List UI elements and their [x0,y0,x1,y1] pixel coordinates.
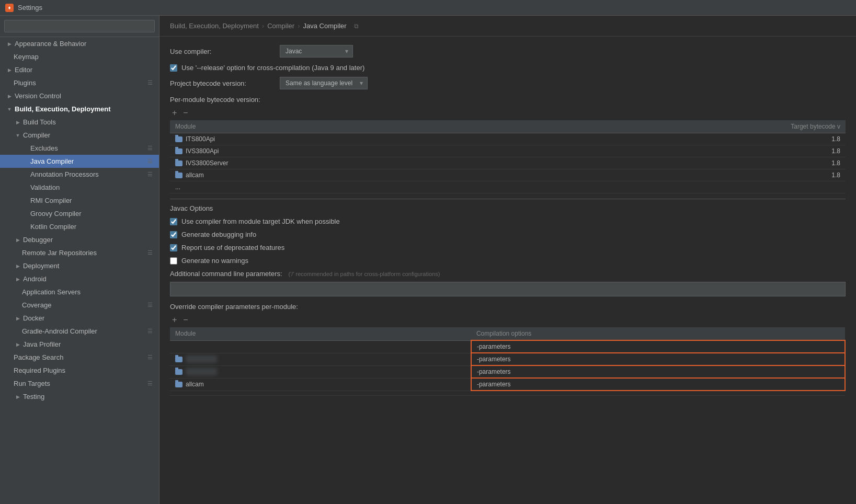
sidebar-item-rmi-compiler[interactable]: RMI Compiler [0,194,159,207]
sidebar-item-editor[interactable]: ▶Editor [0,63,159,76]
bytecode-version-dropdown[interactable]: Same as language level [280,77,368,89]
sidebar-item-gradle-android[interactable]: Gradle-Android Compiler☰ [0,325,159,338]
module-bytecode-table: Module Target bytecode v ITS800Api1.8IVS… [170,120,846,193]
sidebar-item-deployment[interactable]: ▶Deployment [0,259,159,272]
breadcrumb-item-2[interactable]: Compiler [267,22,294,30]
sidebar-item-docker[interactable]: ▶Docker [0,312,159,325]
sidebar-item-application-servers[interactable]: Application Servers [0,285,159,299]
sidebar-item-plugins[interactable]: Plugins☰ [0,76,159,89]
sidebar-label-plugins: Plugins [14,79,36,87]
add-override-button[interactable]: + [170,316,179,324]
sidebar-item-excludes[interactable]: Excludes☰ [0,142,159,155]
sidebar-item-groovy-compiler[interactable]: Groovy Compiler [0,207,159,220]
module-name-cell: ... [170,181,517,193]
override-module-cell: I [170,353,471,365]
sidebar-item-remote-jar[interactable]: Remote Jar Repositories☰ [0,246,159,259]
sidebar-label-run-targets: Run Targets [14,380,50,387]
module-name-cell: IVS3800Api [170,145,517,157]
sidebar-item-run-targets[interactable]: Run Targets☰ [0,377,159,390]
table-row[interactable]: I...ver-parameters [170,365,845,378]
override-table-toolbar: + − [170,316,846,324]
breadcrumb-item-1[interactable]: Build, Execution, Deployment [170,22,259,30]
table-row[interactable]: IVS3800Server1.8 [170,157,846,169]
table-row[interactable]: -parameters [170,340,845,353]
option1-checkbox[interactable] [170,218,177,225]
option3-checkbox[interactable] [170,244,177,251]
bytecode-version-label: Project bytecode version: [170,79,275,87]
override-module-cell: I...ver [170,365,471,378]
add-module-button[interactable]: + [170,109,179,117]
sidebar-item-android[interactable]: ▶Android [0,272,159,285]
override-options-cell [471,391,845,396]
sidebar-label-annotation-processors: Annotation Processors [30,170,99,178]
table-row[interactable]: I-parameters [170,353,845,365]
sidebar-item-version-control[interactable]: ▶Version Control [0,89,159,102]
use-compiler-dropdown[interactable]: Javac [280,45,353,58]
sidebar-item-appearance[interactable]: ▶Appearance & Behavior [0,37,159,50]
sidebar-item-annotation-processors[interactable]: Annotation Processors☰ [0,168,159,181]
sidebar-label-compiler: Compiler [23,131,50,139]
sidebar-item-required-plugins[interactable]: Required Plugins [0,364,159,377]
sidebar-item-package-search[interactable]: Package Search☰ [0,351,159,364]
sidebar-label-build-exec: Build, Execution, Deployment [15,105,110,113]
additional-params-input[interactable] [170,282,846,296]
option4-label: Generate no warnings [181,257,248,265]
module-name-cell: IVS3800Server [170,157,517,169]
sidebar-item-kotlin-compiler[interactable]: Kotlin Compiler [0,220,159,233]
table-row[interactable]: IVS3800Api1.8 [170,145,846,157]
sidebar-item-debugger[interactable]: ▶Debugger [0,233,159,246]
option3-label: Report use of deprecated features [181,244,284,251]
arrow-compiler: ▼ [15,132,21,139]
sidebar-item-compiler[interactable]: ▼Compiler [0,129,159,142]
sidebar-item-validation[interactable]: Validation [0,181,159,194]
override-module-cell: allcam [170,378,471,391]
remove-module-button[interactable]: − [181,109,190,117]
table-row[interactable] [170,391,845,396]
arrow-debugger: ▶ [15,237,21,243]
sidebar-label-debugger: Debugger [23,236,53,244]
option1-label: Use compiler from module target JDK when… [181,217,340,225]
gear-icon-remote-jar: ☰ [147,249,153,256]
sidebar-label-deployment: Deployment [23,262,59,270]
table-row[interactable]: allcam1.8 [170,169,846,181]
release-option-checkbox[interactable] [170,64,177,72]
arrow-android: ▶ [15,276,21,282]
sidebar-label-build-tools: Build Tools [23,118,56,126]
option4-checkbox[interactable] [170,257,177,265]
gear-icon-excludes: ☰ [147,145,153,152]
title-bar-text: Settings [18,4,42,12]
folder-icon [175,369,182,375]
gear-icon-plugins: ☰ [147,79,153,86]
sidebar-item-build-exec[interactable]: ▼Build, Execution, Deployment [0,102,159,116]
breadcrumb-item-3[interactable]: Java Compiler [303,22,347,30]
search-input[interactable] [4,20,155,32]
table-row[interactable]: ITS800Api1.8 [170,133,846,145]
option2-checkbox[interactable] [170,231,177,238]
folder-icon [175,357,182,362]
bytecode-version-cell: 1.8 [517,157,846,169]
arrow-build-tools: ▶ [15,119,21,125]
bytecode-version-cell: 1.8 [517,145,846,157]
sidebar-item-coverage[interactable]: Coverage☰ [0,299,159,312]
sidebar-item-testing[interactable]: ▶Testing [0,390,159,403]
sidebar-item-keymap[interactable]: Keymap [0,50,159,63]
use-compiler-row: Use compiler: Javac [170,45,846,58]
gear-icon-annotation-processors: ☰ [147,171,153,178]
release-option-row: Use '--release' option for cross-compila… [170,64,846,72]
module-col-header: Module [170,120,517,133]
release-option-label: Use '--release' option for cross-compila… [181,64,364,72]
sidebar-item-build-tools[interactable]: ▶Build Tools [0,116,159,129]
sidebar-label-appearance: Appearance & Behavior [15,40,86,48]
breadcrumb-sep-2: › [298,22,300,30]
module-name-cell: ITS800Api [170,133,517,145]
option2-label: Generate debugging info [181,231,256,238]
sidebar-label-groovy-compiler: Groovy Compiler [30,210,82,217]
remove-override-button[interactable]: − [181,316,190,324]
sidebar-label-coverage: Coverage [22,301,51,309]
override-options-cell: -parameters [471,378,845,391]
sidebar-item-java-compiler[interactable]: Java Compiler☰ [0,155,159,168]
table-row[interactable]: ... [170,181,846,193]
sidebar-item-java-profiler[interactable]: ▶Java Profiler [0,338,159,351]
folder-icon [175,161,182,166]
table-row[interactable]: allcam-parameters [170,378,845,391]
